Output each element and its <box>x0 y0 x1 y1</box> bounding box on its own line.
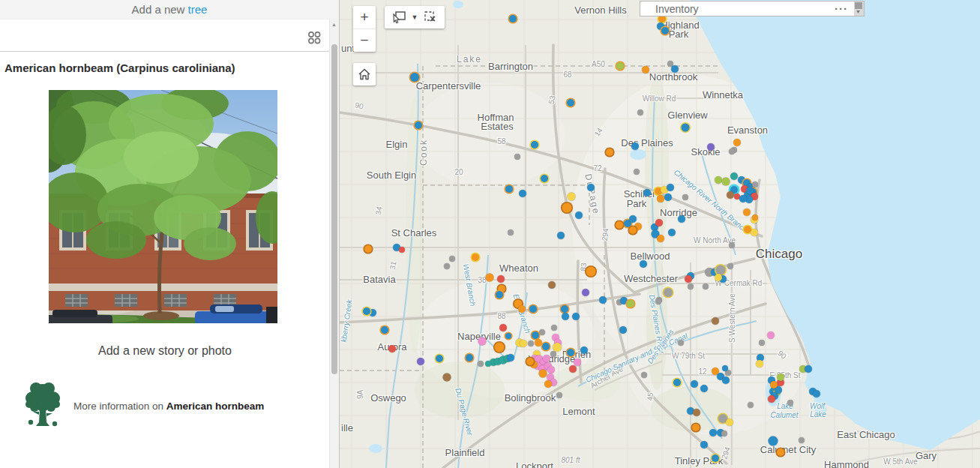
tree-marker[interactable] <box>472 254 479 261</box>
tree-marker[interactable] <box>520 340 527 347</box>
tree-marker[interactable] <box>678 215 685 223</box>
tree-marker[interactable] <box>759 340 765 346</box>
tree-marker[interactable] <box>642 66 649 74</box>
tree-marker[interactable] <box>655 298 661 304</box>
tree-marker[interactable] <box>722 178 730 186</box>
tree-marker[interactable] <box>388 345 396 352</box>
tree-marker[interactable] <box>444 263 450 269</box>
tree-marker[interactable] <box>514 154 520 160</box>
tree-marker[interactable] <box>722 376 730 384</box>
tree-marker[interactable] <box>709 429 717 436</box>
tree-marker[interactable] <box>505 185 513 193</box>
tree-marker[interactable] <box>682 194 688 200</box>
tree-marker[interactable] <box>541 175 548 182</box>
tree-marker[interactable] <box>568 193 576 201</box>
tree-marker[interactable] <box>631 142 639 150</box>
tree-marker[interactable] <box>707 143 715 151</box>
tree-marker[interactable] <box>661 27 669 34</box>
tree-marker[interactable] <box>643 189 651 196</box>
sidebar-scrollbar[interactable]: ▲ <box>329 19 339 468</box>
tree-marker[interactable] <box>449 256 455 262</box>
tree-marker[interactable] <box>722 365 728 371</box>
tree-marker[interactable] <box>532 332 539 339</box>
tree-marker[interactable] <box>743 208 751 216</box>
tree-marker[interactable] <box>417 358 424 365</box>
layer-scrollbar-thumb[interactable] <box>855 2 862 9</box>
tree-marker[interactable] <box>616 62 624 70</box>
tree-marker[interactable] <box>496 291 503 298</box>
tree-marker[interactable] <box>752 182 758 188</box>
select-tool-dropdown-caret[interactable]: ▼ <box>409 14 421 21</box>
tree-marker[interactable] <box>567 99 574 106</box>
tree-marker[interactable] <box>700 441 708 448</box>
tree-marker[interactable] <box>509 15 517 22</box>
tree-marker[interactable] <box>703 284 709 290</box>
tree-marker[interactable] <box>529 305 537 313</box>
tree-marker[interactable] <box>535 339 542 346</box>
tree-marker[interactable] <box>548 281 556 289</box>
tree-marker[interactable] <box>567 349 574 356</box>
select-by-rectangle-button[interactable] <box>389 6 409 28</box>
tree-marker[interactable] <box>671 65 679 73</box>
tree-marker[interactable] <box>664 194 672 201</box>
tree-marker[interactable] <box>543 355 550 362</box>
tree-marker[interactable] <box>466 354 473 362</box>
tree-marker[interactable] <box>729 148 735 154</box>
tree-marker[interactable] <box>551 325 557 331</box>
tree-marker[interactable] <box>606 148 613 156</box>
tree-marker[interactable] <box>712 317 719 325</box>
tree-marker[interactable] <box>769 436 778 446</box>
tree-marker[interactable] <box>678 340 684 346</box>
tree-marker[interactable] <box>667 184 674 191</box>
tree-marker[interactable] <box>572 313 580 320</box>
tree-marker[interactable] <box>641 372 647 378</box>
tree-marker[interactable] <box>556 392 562 398</box>
tree-marker[interactable] <box>627 300 634 308</box>
tree-marker[interactable] <box>531 141 538 148</box>
tree-marker[interactable] <box>542 343 550 350</box>
zoom-out-button[interactable]: − <box>353 29 376 52</box>
tree-marker[interactable] <box>539 329 545 335</box>
tree-marker[interactable] <box>715 274 722 281</box>
layer-panel-scrollbar[interactable]: ▼ <box>854 2 864 16</box>
tree-marker[interactable] <box>668 229 676 236</box>
tree-marker[interactable] <box>562 313 569 320</box>
tree-marker[interactable] <box>768 395 775 403</box>
tree-marker[interactable] <box>381 326 388 334</box>
tree-marker[interactable] <box>587 184 595 191</box>
tree-marker[interactable] <box>518 305 526 313</box>
tree-marker[interactable] <box>495 343 505 352</box>
tree-marker[interactable] <box>561 305 568 313</box>
tree-marker[interactable] <box>415 122 422 129</box>
apps-grid-icon[interactable] <box>306 29 322 46</box>
tree-marker[interactable] <box>799 437 805 443</box>
tree-marker[interactable] <box>688 284 694 290</box>
tree-marker[interactable] <box>682 124 690 132</box>
tree-marker[interactable] <box>721 430 727 436</box>
layer-menu-ellipsis[interactable]: ··· <box>829 5 854 13</box>
tree-marker[interactable] <box>726 418 733 426</box>
tree-marker[interactable] <box>574 358 581 366</box>
tree-marker[interactable] <box>399 247 405 253</box>
tree-marker[interactable] <box>664 288 673 297</box>
tree-marker[interactable] <box>544 380 552 388</box>
home-button[interactable] <box>353 63 376 86</box>
tree-marker[interactable] <box>752 214 758 220</box>
tree-marker[interactable] <box>673 379 681 386</box>
tree-marker[interactable] <box>805 365 812 373</box>
more-info-row[interactable]: More information on American hornbeam <box>24 380 339 431</box>
tree-marker[interactable] <box>616 221 623 229</box>
add-tree-link[interactable]: tree <box>188 3 208 16</box>
tree-marker[interactable] <box>787 400 793 406</box>
tree-marker[interactable] <box>519 190 526 197</box>
tree-marker[interactable] <box>655 219 663 226</box>
tree-marker[interactable] <box>364 245 372 253</box>
tree-marker[interactable] <box>478 338 487 346</box>
tree-marker[interactable] <box>599 296 607 304</box>
zoom-in-button[interactable]: + <box>353 6 376 28</box>
tree-marker[interactable] <box>637 110 643 116</box>
tree-marker[interactable] <box>770 381 778 388</box>
tree-marker[interactable] <box>756 360 763 368</box>
tree-marker[interactable] <box>436 355 443 362</box>
tree-marker[interactable] <box>748 402 754 408</box>
